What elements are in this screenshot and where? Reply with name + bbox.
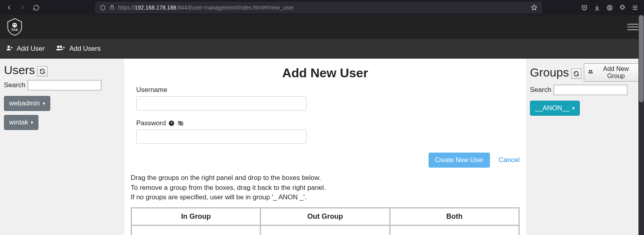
svg-point-9: [60, 46, 62, 48]
back-button[interactable]: [3, 2, 15, 13]
users-plus-icon: [55, 44, 66, 53]
account-icon[interactable]: [604, 2, 615, 13]
chevron-right-icon: [573, 107, 575, 110]
add-users-button[interactable]: Add Users: [55, 44, 101, 53]
svg-text:TAK: TAK: [11, 28, 19, 32]
user-pill[interactable]: webadmin: [4, 96, 50, 111]
svg-point-7: [8, 46, 10, 48]
password-label: Password: [136, 119, 166, 127]
cancel-button[interactable]: Cancel: [499, 156, 520, 164]
groups-refresh-button[interactable]: [571, 69, 581, 79]
user-pill-label: webadmin: [9, 99, 40, 107]
groups-panel-title: Groups: [530, 66, 569, 79]
vertical-scrollbar[interactable]: [638, 15, 644, 235]
col-both: Both: [390, 208, 519, 225]
users-search-label: Search: [4, 81, 25, 89]
svg-point-2: [609, 6, 610, 8]
browser-toolbar: https://192.168.178.188:8443/user-manage…: [0, 0, 644, 15]
svg-point-14: [589, 70, 591, 72]
reload-button[interactable]: [30, 2, 42, 13]
col-out-group: Out Group: [261, 208, 390, 225]
create-user-button[interactable]: Create New User: [429, 153, 490, 168]
svg-point-5: [15, 24, 16, 25]
address-bar[interactable]: https://192.168.178.188:8443/user-manage…: [95, 2, 542, 13]
user-plus-icon: [6, 44, 13, 53]
app-menu-icon[interactable]: [629, 2, 641, 13]
chevron-right-icon: [43, 102, 45, 105]
col-in-group: In Group: [131, 208, 261, 225]
downloads-icon[interactable]: [591, 2, 603, 13]
url-text: https://192.168.178.188:8443/user-manage…: [118, 4, 527, 11]
groups-panel: Groups Add New Group Search __ANON__: [526, 59, 644, 235]
password-input[interactable]: [136, 130, 307, 144]
out-group-dropzone[interactable]: [261, 225, 390, 235]
user-pill[interactable]: wintak: [4, 115, 38, 130]
add-user-label: Add User: [17, 45, 45, 53]
svg-text:?: ?: [170, 121, 173, 125]
content-area: Add New User Username Password ? Create …: [124, 59, 526, 235]
svg-rect-0: [111, 7, 114, 9]
groups-search-input[interactable]: [554, 85, 627, 95]
username-input[interactable]: [136, 96, 307, 111]
action-toolbar: Add User Add Users: [0, 39, 644, 59]
users-icon: [587, 69, 594, 76]
svg-point-4: [13, 24, 14, 25]
scrollbar-thumb[interactable]: [639, 15, 644, 102]
chevron-right-icon: [31, 121, 33, 124]
add-user-button[interactable]: Add User: [6, 44, 45, 53]
app-header: TAK: [0, 15, 644, 39]
add-new-group-button[interactable]: Add New Group: [584, 63, 640, 82]
group-assignment-table: In Group Out Group Both: [131, 207, 520, 235]
lock-icon: [109, 4, 115, 11]
group-pill-label: __ANON__: [535, 104, 570, 112]
in-group-dropzone[interactable]: [131, 225, 261, 235]
groups-search-label: Search: [530, 86, 551, 94]
forward-button[interactable]: [17, 2, 29, 13]
bookmark-star-icon[interactable]: [530, 2, 538, 13]
page-title: Add New User: [131, 66, 520, 80]
users-panel-title: Users: [4, 63, 35, 77]
add-users-label: Add Users: [69, 45, 101, 53]
username-label: Username: [136, 86, 493, 94]
user-pill-label: wintak: [9, 118, 28, 126]
eye-slash-icon[interactable]: [177, 120, 184, 126]
browser-right-controls: [578, 2, 641, 13]
group-pill[interactable]: __ANON__: [530, 101, 580, 116]
svg-point-8: [57, 46, 59, 48]
instructions-text: Drag the groups on the right panel and d…: [131, 173, 520, 203]
pocket-icon[interactable]: [578, 2, 590, 13]
extensions-icon[interactable]: [616, 2, 628, 13]
svg-point-15: [591, 70, 593, 72]
app-logo: TAK: [6, 18, 24, 36]
main-layout: Users Search webadmin wintak: [0, 59, 644, 235]
menu-toggle-icon[interactable]: [627, 21, 638, 32]
users-search-input[interactable]: [28, 80, 101, 90]
both-dropzone[interactable]: [390, 225, 519, 235]
users-panel: Users Search webadmin wintak: [0, 59, 124, 235]
add-new-group-label: Add New Group: [595, 65, 636, 80]
svg-point-3: [12, 23, 17, 27]
users-refresh-button[interactable]: [37, 66, 48, 76]
help-icon[interactable]: ?: [168, 120, 175, 126]
shield-icon: [99, 2, 106, 13]
